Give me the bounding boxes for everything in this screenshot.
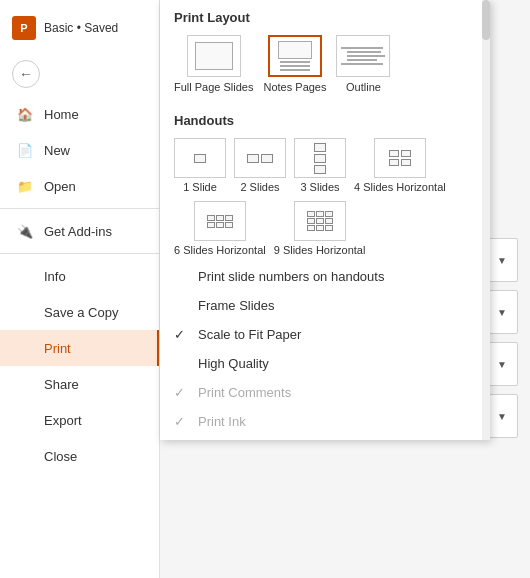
slide-mini-6e bbox=[216, 222, 224, 228]
menu-high-quality[interactable]: High Quality bbox=[160, 349, 490, 378]
slide-mini-9g bbox=[307, 225, 315, 231]
slide-mini-3c bbox=[314, 165, 326, 174]
home-icon: 🏠 bbox=[16, 105, 34, 123]
sidebar-item-new[interactable]: 📄 New bbox=[0, 132, 159, 168]
sidebar-divider bbox=[0, 208, 159, 209]
save-copy-icon bbox=[16, 303, 34, 321]
sidebar-item-open[interactable]: 📁 Open bbox=[0, 168, 159, 204]
handout-3-slides[interactable]: 3 Slides bbox=[294, 138, 346, 193]
back-button[interactable]: ← bbox=[12, 60, 40, 88]
handout-thumb-2 bbox=[234, 138, 286, 178]
slide-mini-6f bbox=[225, 222, 233, 228]
menu-slide-numbers[interactable]: Print slide numbers on handouts bbox=[160, 262, 490, 291]
print-layout-dropdown: Print Layout Full Page Slides bbox=[160, 0, 490, 440]
slide-mini-6a bbox=[207, 215, 215, 221]
slide-mini-9c bbox=[325, 211, 333, 217]
sidebar-item-new-label: New bbox=[44, 143, 70, 158]
layout-notes-label: Notes Pages bbox=[264, 81, 327, 93]
new-icon: 📄 bbox=[16, 141, 34, 159]
handout-9-slides-h[interactable]: 9 Slides Horizontal bbox=[274, 201, 366, 256]
menu-frame-slides-label: Frame Slides bbox=[198, 298, 275, 313]
layout-notes-pages[interactable]: Notes Pages bbox=[264, 35, 327, 93]
slide-mini-6d bbox=[207, 222, 215, 228]
slide-mini-4d bbox=[401, 159, 411, 166]
handouts-grid: 1 Slide 2 Slides bbox=[160, 134, 490, 262]
slide-mini-2b bbox=[261, 154, 273, 163]
sidebar-item-addins[interactable]: 🔌 Get Add-ins bbox=[0, 213, 159, 249]
collated-chevron: ▼ bbox=[497, 307, 507, 318]
slide-mini-9f bbox=[325, 218, 333, 224]
menu-print-ink: ✓ Print Ink bbox=[160, 407, 490, 436]
handout-thumb-4 bbox=[374, 138, 426, 178]
slide-mini-6b bbox=[216, 215, 224, 221]
slide-mini-3a bbox=[314, 143, 326, 152]
close-icon bbox=[16, 447, 34, 465]
outline-line-2 bbox=[347, 51, 381, 53]
notes-pages-chevron: ▼ bbox=[497, 255, 507, 266]
slide-mini-1 bbox=[194, 154, 206, 163]
handout-thumb-1 bbox=[174, 138, 226, 178]
sidebar-item-info[interactable]: Info bbox=[0, 258, 159, 294]
layout-outline[interactable]: Outline bbox=[336, 35, 390, 93]
slide-mini-4b bbox=[401, 150, 411, 157]
handout-thumb-9 bbox=[294, 201, 346, 241]
slide-mini-9a bbox=[307, 211, 315, 217]
sidebar-item-home[interactable]: 🏠 Home bbox=[0, 96, 159, 132]
handout-2-slides[interactable]: 2 Slides bbox=[234, 138, 286, 193]
scrollbar-track[interactable] bbox=[482, 0, 490, 440]
slide-mini-4c bbox=[389, 159, 399, 166]
main-area: Print Layout Full Page Slides bbox=[160, 0, 530, 578]
menu-scale-label: Scale to Fit Paper bbox=[198, 327, 301, 342]
sidebar-item-close[interactable]: Close bbox=[0, 438, 159, 474]
sidebar-divider2 bbox=[0, 253, 159, 254]
color-chevron: ▼ bbox=[497, 411, 507, 422]
sidebar-item-save-copy[interactable]: Save a Copy bbox=[0, 294, 159, 330]
handout-2-label: 2 Slides bbox=[240, 181, 279, 193]
sidebar-item-close-label: Close bbox=[44, 449, 77, 464]
check-print-comments: ✓ bbox=[174, 385, 190, 400]
check-print-ink: ✓ bbox=[174, 414, 190, 429]
slide-mini-4a bbox=[389, 150, 399, 157]
sidebar-item-open-label: Open bbox=[44, 179, 76, 194]
handout-4-slides-h[interactable]: 4 Slides Horizontal bbox=[354, 138, 446, 193]
slide-mini-9b bbox=[316, 211, 324, 217]
notes-line-2 bbox=[280, 65, 310, 67]
slide-mini-9i bbox=[325, 225, 333, 231]
layout-thumb-full bbox=[187, 35, 241, 77]
orientation-chevron: ▼ bbox=[497, 359, 507, 370]
sidebar-header: P Basic • Saved bbox=[0, 8, 159, 56]
handout-4-label: 4 Slides Horizontal bbox=[354, 181, 446, 193]
layout-full-page-slides[interactable]: Full Page Slides bbox=[174, 35, 254, 93]
menu-print-comments-label: Print Comments bbox=[198, 385, 291, 400]
menu-high-quality-label: High Quality bbox=[198, 356, 269, 371]
sidebar-item-print[interactable]: Print bbox=[0, 330, 159, 366]
menu-print-ink-label: Print Ink bbox=[198, 414, 246, 429]
check-scale-to-fit: ✓ bbox=[174, 327, 190, 342]
sidebar-item-print-label: Print bbox=[44, 341, 71, 356]
menu-frame-slides[interactable]: Frame Slides bbox=[160, 291, 490, 320]
outline-line-4 bbox=[347, 59, 377, 61]
sidebar-item-export[interactable]: Export bbox=[0, 402, 159, 438]
sidebar-item-home-label: Home bbox=[44, 107, 79, 122]
scrollbar-thumb[interactable] bbox=[482, 0, 490, 40]
layout-thumb-notes bbox=[268, 35, 322, 77]
slide-mini-9d bbox=[307, 218, 315, 224]
handout-1-label: 1 Slide bbox=[183, 181, 217, 193]
slide-mini-3b bbox=[314, 154, 326, 163]
handout-1-slide[interactable]: 1 Slide bbox=[174, 138, 226, 193]
slide-mini-2a bbox=[247, 154, 259, 163]
handout-3-preview bbox=[314, 143, 326, 174]
notes-slide-area bbox=[278, 41, 312, 59]
layout-full-label: Full Page Slides bbox=[174, 81, 254, 93]
handout-9-preview bbox=[307, 211, 333, 231]
handout-6-preview bbox=[207, 215, 233, 228]
handout-6-slides-h[interactable]: 6 Slides Horizontal bbox=[174, 201, 266, 256]
handout-9-label: 9 Slides Horizontal bbox=[274, 244, 366, 256]
handout-4-preview bbox=[389, 150, 411, 166]
slide-mini-6c bbox=[225, 215, 233, 221]
sidebar-item-addins-label: Get Add-ins bbox=[44, 224, 112, 239]
menu-scale-to-fit[interactable]: ✓ Scale to Fit Paper bbox=[160, 320, 490, 349]
outline-line-1 bbox=[341, 47, 383, 49]
sidebar-item-share[interactable]: Share bbox=[0, 366, 159, 402]
handout-thumb-6 bbox=[194, 201, 246, 241]
